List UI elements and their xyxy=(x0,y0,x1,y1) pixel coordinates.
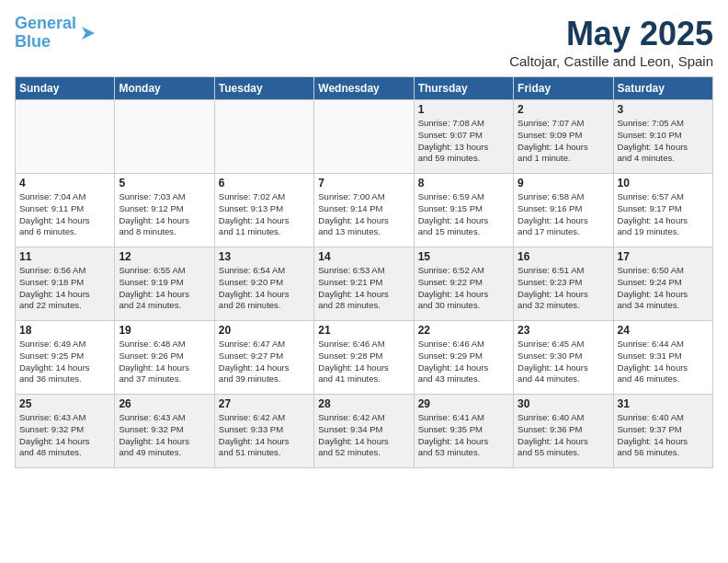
calendar-cell: 18Sunrise: 6:49 AM Sunset: 9:25 PM Dayli… xyxy=(16,321,115,395)
day-number: 22 xyxy=(418,324,509,337)
day-info: Sunrise: 6:46 AM Sunset: 9:28 PM Dayligh… xyxy=(318,339,409,385)
calendar-cell xyxy=(314,100,414,174)
day-number: 25 xyxy=(19,397,110,410)
calendar-cell: 1Sunrise: 7:08 AM Sunset: 9:07 PM Daylig… xyxy=(414,100,513,174)
logo-line2: Blue xyxy=(15,32,51,51)
day-info: Sunrise: 7:00 AM Sunset: 9:14 PM Dayligh… xyxy=(318,191,409,238)
calendar-cell xyxy=(214,100,313,174)
day-number: 23 xyxy=(518,324,609,337)
weekday-header: Monday xyxy=(115,77,214,100)
day-info: Sunrise: 6:57 AM Sunset: 9:17 PM Dayligh… xyxy=(618,191,709,238)
day-info: Sunrise: 6:47 AM Sunset: 9:27 PM Dayligh… xyxy=(219,339,310,385)
calendar-cell: 14Sunrise: 6:53 AM Sunset: 9:21 PM Dayli… xyxy=(314,247,414,321)
day-number: 1 xyxy=(418,103,509,116)
day-number: 16 xyxy=(518,250,609,263)
day-number: 31 xyxy=(618,397,709,410)
day-number: 28 xyxy=(318,397,409,410)
title-block: May 2025 Caltojar, Castille and Leon, Sp… xyxy=(509,15,713,69)
calendar-cell: 11Sunrise: 6:56 AM Sunset: 9:18 PM Dayli… xyxy=(16,247,115,321)
day-number: 19 xyxy=(119,324,210,337)
main-title: May 2025 xyxy=(509,15,713,53)
day-info: Sunrise: 6:52 AM Sunset: 9:22 PM Dayligh… xyxy=(418,265,509,312)
day-number: 3 xyxy=(618,103,709,116)
day-number: 14 xyxy=(318,250,409,263)
day-info: Sunrise: 6:40 AM Sunset: 9:37 PM Dayligh… xyxy=(618,412,709,459)
day-info: Sunrise: 7:03 AM Sunset: 9:12 PM Dayligh… xyxy=(119,191,210,238)
calendar-cell: 21Sunrise: 6:46 AM Sunset: 9:28 PM Dayli… xyxy=(314,321,414,395)
calendar-week: 1Sunrise: 7:08 AM Sunset: 9:07 PM Daylig… xyxy=(16,100,713,174)
day-number: 18 xyxy=(19,324,110,337)
day-info: Sunrise: 6:59 AM Sunset: 9:15 PM Dayligh… xyxy=(418,191,509,238)
header: General Blue May 2025 Caltojar, Castille… xyxy=(15,15,713,69)
day-number: 17 xyxy=(618,250,709,263)
calendar: SundayMondayTuesdayWednesdayThursdayFrid… xyxy=(15,76,713,468)
day-info: Sunrise: 7:07 AM Sunset: 9:09 PM Dayligh… xyxy=(518,118,609,165)
day-number: 9 xyxy=(518,177,609,190)
calendar-cell: 22Sunrise: 6:46 AM Sunset: 9:29 PM Dayli… xyxy=(414,321,513,395)
logo-text: General Blue xyxy=(15,15,76,52)
calendar-cell xyxy=(16,100,115,174)
calendar-cell: 26Sunrise: 6:43 AM Sunset: 9:32 PM Dayli… xyxy=(115,395,214,468)
day-number: 10 xyxy=(618,177,709,190)
calendar-cell: 4Sunrise: 7:04 AM Sunset: 9:11 PM Daylig… xyxy=(16,174,115,247)
day-number: 2 xyxy=(518,103,609,116)
calendar-cell: 25Sunrise: 6:43 AM Sunset: 9:32 PM Dayli… xyxy=(16,395,115,468)
logo-line1: General xyxy=(15,14,76,32)
day-info: Sunrise: 6:54 AM Sunset: 9:20 PM Dayligh… xyxy=(219,265,310,312)
day-info: Sunrise: 6:43 AM Sunset: 9:32 PM Dayligh… xyxy=(19,412,110,459)
calendar-cell: 15Sunrise: 6:52 AM Sunset: 9:22 PM Dayli… xyxy=(414,247,513,321)
day-number: 27 xyxy=(219,397,310,410)
day-number: 4 xyxy=(19,177,110,190)
calendar-cell: 10Sunrise: 6:57 AM Sunset: 9:17 PM Dayli… xyxy=(613,174,712,247)
day-number: 21 xyxy=(318,324,409,337)
day-info: Sunrise: 6:43 AM Sunset: 9:32 PM Dayligh… xyxy=(119,412,210,459)
subtitle: Caltojar, Castille and Leon, Spain xyxy=(509,53,713,69)
day-number: 7 xyxy=(318,177,409,190)
weekday-header: Thursday xyxy=(414,77,513,100)
day-info: Sunrise: 7:02 AM Sunset: 9:13 PM Dayligh… xyxy=(219,191,310,238)
day-info: Sunrise: 6:42 AM Sunset: 9:34 PM Dayligh… xyxy=(318,412,409,459)
day-number: 29 xyxy=(418,397,509,410)
day-number: 24 xyxy=(618,324,709,337)
day-info: Sunrise: 6:56 AM Sunset: 9:18 PM Dayligh… xyxy=(19,265,110,312)
day-info: Sunrise: 6:55 AM Sunset: 9:19 PM Dayligh… xyxy=(119,265,210,312)
calendar-cell: 6Sunrise: 7:02 AM Sunset: 9:13 PM Daylig… xyxy=(214,174,313,247)
calendar-cell: 3Sunrise: 7:05 AM Sunset: 9:10 PM Daylig… xyxy=(613,100,712,174)
calendar-week: 25Sunrise: 6:43 AM Sunset: 9:32 PM Dayli… xyxy=(16,395,713,468)
calendar-week: 18Sunrise: 6:49 AM Sunset: 9:25 PM Dayli… xyxy=(16,321,713,395)
day-info: Sunrise: 6:49 AM Sunset: 9:25 PM Dayligh… xyxy=(19,339,110,385)
calendar-cell xyxy=(115,100,214,174)
weekday-header: Sunday xyxy=(16,77,115,100)
calendar-cell: 20Sunrise: 6:47 AM Sunset: 9:27 PM Dayli… xyxy=(214,321,313,395)
day-info: Sunrise: 6:51 AM Sunset: 9:23 PM Dayligh… xyxy=(518,265,609,312)
calendar-week: 11Sunrise: 6:56 AM Sunset: 9:18 PM Dayli… xyxy=(16,247,713,321)
day-number: 5 xyxy=(119,177,210,190)
weekday-row: SundayMondayTuesdayWednesdayThursdayFrid… xyxy=(16,77,713,100)
calendar-cell: 16Sunrise: 6:51 AM Sunset: 9:23 PM Dayli… xyxy=(514,247,613,321)
page: General Blue May 2025 Caltojar, Castille… xyxy=(0,0,728,483)
day-info: Sunrise: 6:53 AM Sunset: 9:21 PM Dayligh… xyxy=(318,265,409,312)
day-number: 26 xyxy=(119,397,210,410)
calendar-cell: 30Sunrise: 6:40 AM Sunset: 9:36 PM Dayli… xyxy=(514,395,613,468)
day-info: Sunrise: 6:48 AM Sunset: 9:26 PM Dayligh… xyxy=(119,339,210,385)
calendar-cell: 13Sunrise: 6:54 AM Sunset: 9:20 PM Dayli… xyxy=(214,247,313,321)
calendar-cell: 23Sunrise: 6:45 AM Sunset: 9:30 PM Dayli… xyxy=(514,321,613,395)
calendar-cell: 12Sunrise: 6:55 AM Sunset: 9:19 PM Dayli… xyxy=(115,247,214,321)
day-number: 6 xyxy=(219,177,310,190)
day-number: 13 xyxy=(219,250,310,263)
day-number: 20 xyxy=(219,324,310,337)
day-number: 12 xyxy=(119,250,210,263)
weekday-header: Friday xyxy=(514,77,613,100)
calendar-cell: 31Sunrise: 6:40 AM Sunset: 9:37 PM Dayli… xyxy=(613,395,712,468)
calendar-cell: 2Sunrise: 7:07 AM Sunset: 9:09 PM Daylig… xyxy=(514,100,613,174)
svg-marker-0 xyxy=(82,27,95,40)
calendar-cell: 19Sunrise: 6:48 AM Sunset: 9:26 PM Dayli… xyxy=(115,321,214,395)
day-info: Sunrise: 6:44 AM Sunset: 9:31 PM Dayligh… xyxy=(618,339,709,385)
day-info: Sunrise: 7:08 AM Sunset: 9:07 PM Dayligh… xyxy=(418,118,509,165)
day-info: Sunrise: 6:46 AM Sunset: 9:29 PM Dayligh… xyxy=(418,339,509,385)
day-info: Sunrise: 6:45 AM Sunset: 9:30 PM Dayligh… xyxy=(518,339,609,385)
day-info: Sunrise: 6:50 AM Sunset: 9:24 PM Dayligh… xyxy=(618,265,709,312)
weekday-header: Tuesday xyxy=(214,77,313,100)
day-info: Sunrise: 7:04 AM Sunset: 9:11 PM Dayligh… xyxy=(19,191,110,238)
calendar-cell: 28Sunrise: 6:42 AM Sunset: 9:34 PM Dayli… xyxy=(314,395,414,468)
